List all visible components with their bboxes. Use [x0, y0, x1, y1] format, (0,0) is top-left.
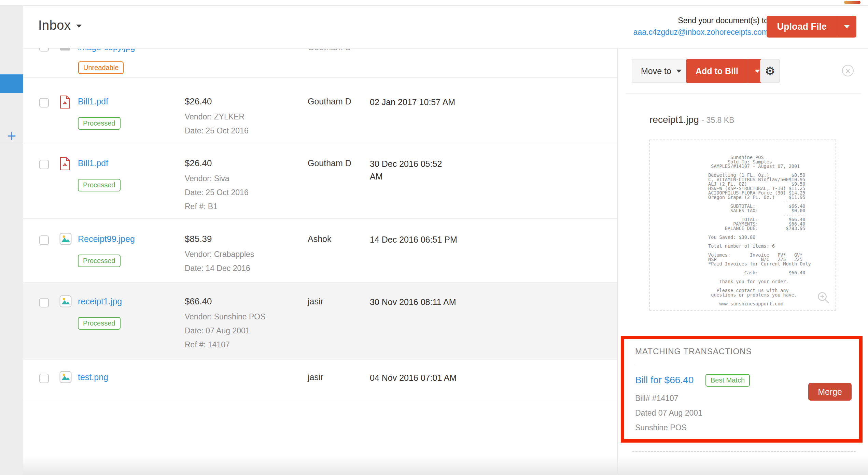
file-type-icon [59, 233, 72, 246]
image-file-icon [59, 233, 72, 245]
uploader-name: Ashok [308, 234, 331, 244]
chevron-down-icon [676, 70, 682, 73]
status-badge-processed: Processed [78, 317, 121, 330]
matching-transactions-heading: MATCHING TRANSACTIONS [635, 347, 752, 356]
receipt-image-text: Sunshine POS Sold To: Samples SAMPLES/#1… [708, 155, 811, 306]
table-row[interactable]: test.png jasir 04 Nov 2016 07:01 AM [23, 360, 617, 401]
file-name-link[interactable]: Bill1.pdf [78, 97, 108, 106]
file-type-icon [59, 371, 72, 385]
inbox-title-dropdown[interactable]: Inbox [38, 18, 82, 33]
status-badge-processed: Processed [78, 179, 121, 191]
sidebar-divider [0, 144, 23, 144]
receipt-preview-box: Sunshine POS Sold To: Samples SAMPLES/#1… [649, 140, 836, 311]
zoom-in-icon[interactable] [816, 291, 831, 306]
status-badge-processed: Processed [78, 255, 121, 267]
dashed-divider [632, 451, 856, 452]
top-corner-decoration [844, 1, 860, 4]
add-to-bill-label[interactable]: Add to Bill [686, 59, 748, 83]
document-amount: $66.40 [185, 296, 266, 307]
chevron-down-icon [76, 25, 82, 28]
table-row[interactable]: Bill1.pdf Processed $26.40 Vendor: Siva … [23, 143, 617, 219]
upload-timestamp: 14 Dec 2016 06:51 PM [370, 233, 477, 246]
matching-divider [635, 364, 850, 364]
best-match-badge: Best Match [705, 374, 750, 387]
matched-bill-link[interactable]: Bill for $66.40 [635, 375, 694, 386]
document-meta: Vendor: Crabapples Date: 14 Dec 2016 [185, 247, 254, 275]
chevron-down-icon [755, 70, 760, 73]
close-panel-button[interactable]: ✕ [842, 65, 854, 76]
upload-file-dropdown[interactable] [837, 16, 856, 38]
uploader-name: Goutham D [308, 158, 351, 168]
matching-transactions-highlight: MATCHING TRANSACTIONS Bill for $66.40 Be… [621, 336, 863, 443]
preview-file-size: - 35.8 KB [702, 116, 734, 125]
send-documents-label: Send your document(s) to [633, 15, 768, 26]
upload-timestamp: 02 Jan 2017 10:57 AM [370, 96, 477, 109]
file-name-link[interactable]: Bill1.pdf [78, 158, 108, 168]
move-to-label: Move to [641, 66, 671, 76]
document-amount: $26.40 [185, 157, 249, 169]
gear-icon: ⚙ [765, 64, 775, 78]
upload-timestamp: 30 Nov 2016 08:11 AM [370, 296, 477, 308]
table-row-clipped[interactable]: image-copy.jpg Goutham D Unreadable [23, 49, 617, 78]
row-checkbox[interactable] [39, 160, 49, 169]
sidebar: + [0, 6, 23, 475]
uploader-name: Goutham D [308, 97, 351, 106]
app-window: + Inbox Send your document(s) to aaa.c4z… [0, 0, 868, 475]
filename-clipped[interactable]: image-copy.jpg [78, 49, 167, 52]
matched-bill-details: Bill# #14107 Dated 07 Aug 2001 Sunshine … [635, 391, 702, 435]
row-checkbox[interactable] [39, 298, 49, 307]
document-amount: $26.40 [185, 96, 249, 107]
chevron-down-icon [844, 25, 850, 28]
file-icon-clipped [60, 48, 70, 51]
settings-button[interactable]: ⚙ [760, 59, 780, 83]
page-header: Inbox Send your document(s) to aaa.c4zgd… [23, 6, 868, 49]
browser-top-strip [0, 0, 868, 6]
table-row[interactable]: receipt1.jpg Processed $66.40 Vendor: Su… [23, 283, 617, 360]
upload-timestamp: 30 Dec 2016 05:52 AM [370, 158, 477, 183]
status-badge-processed: Processed [78, 117, 121, 130]
checkbox-clipped[interactable] [39, 48, 49, 52]
uploader-name: jasir [308, 297, 323, 306]
move-to-button[interactable]: Move to [632, 59, 691, 83]
table-row[interactable]: Bill1.pdf Processed $26.40 Vendor: ZYLKE… [23, 78, 617, 143]
upload-file-button[interactable]: Upload File [767, 16, 856, 38]
document-meta: Vendor: Siva Date: 25 Oct 2016 Ref #: B1 [185, 172, 249, 214]
pdf-file-icon [59, 95, 70, 109]
row-checkbox[interactable] [39, 374, 49, 383]
upload-file-label[interactable]: Upload File [767, 16, 837, 38]
document-meta: Vendor: ZYLKER Date: 25 Oct 2016 [185, 110, 249, 138]
add-organization-button[interactable]: + [0, 128, 23, 144]
file-type-icon [59, 157, 70, 172]
merge-button[interactable]: Merge [808, 383, 852, 401]
inbox-email-link[interactable]: aaa.c4zgduz@inbox.zohoreceipts.com [633, 26, 768, 38]
row-checkbox[interactable] [39, 98, 49, 107]
preview-panel: Move to Add to Bill ⚙ ✕ receipt1.jpg - 3… [617, 49, 868, 475]
upload-timestamp: 04 Nov 2016 07:01 AM [370, 372, 477, 384]
row-checkbox[interactable] [39, 235, 49, 245]
close-icon: ✕ [845, 68, 851, 75]
file-name-link[interactable]: test.png [78, 372, 108, 382]
image-file-icon [59, 371, 72, 383]
uploader-clipped: Goutham D [308, 49, 355, 52]
status-badge-unreadable: Unreadable [78, 61, 124, 74]
page-title: Inbox [38, 18, 71, 32]
file-type-icon [59, 95, 70, 110]
image-file-icon [59, 295, 72, 307]
panel-divider [626, 93, 861, 93]
file-type-icon [59, 295, 72, 309]
uploader-name: jasir [308, 372, 323, 382]
file-name-link[interactable]: Receipt99.jpeg [78, 234, 135, 244]
pdf-file-icon [59, 157, 70, 171]
file-name-link[interactable]: receipt1.jpg [78, 297, 122, 306]
inbox-file-list: image-copy.jpg Goutham D Unreadable Bill [23, 49, 617, 475]
document-amount: $85.39 [185, 233, 254, 245]
document-meta: Vendor: Sunshine POS Date: 07 Aug 2001 R… [185, 310, 266, 352]
table-row[interactable]: Receipt99.jpeg Processed $85.39 Vendor: … [23, 219, 617, 283]
preview-file-name: receipt1.jpg [649, 114, 699, 125]
preview-file-title: receipt1.jpg - 35.8 KB [649, 114, 734, 125]
add-to-bill-button[interactable]: Add to Bill [686, 59, 767, 83]
sidebar-item-selected[interactable] [0, 74, 23, 93]
send-documents-info: Send your document(s) to aaa.c4zgduz@inb… [633, 15, 768, 38]
